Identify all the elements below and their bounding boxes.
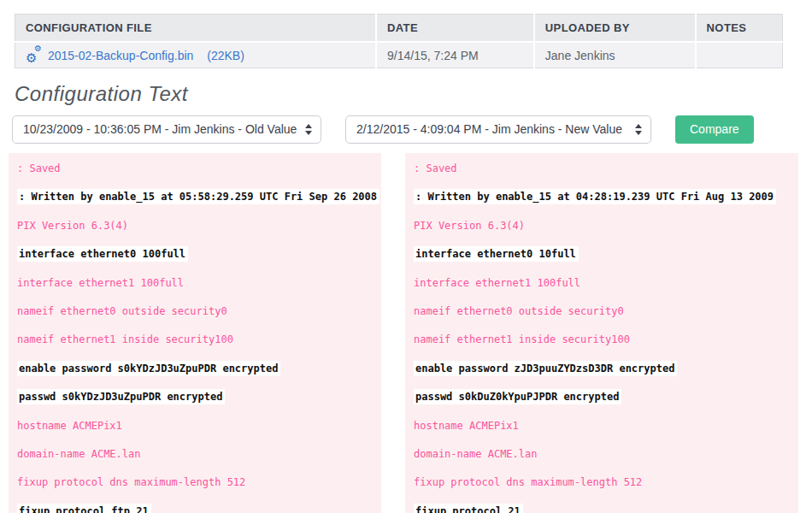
config-line: domain-name ACME.lan — [17, 440, 381, 469]
configuration-file-table: CONFIGURATION FILE DATE UPLOADED BY NOTE… — [15, 14, 797, 68]
config-line: hostname ACMEPix1 — [414, 412, 798, 440]
old-version-selected-value: 10/23/2009 - 10:36:05 PM - Jim Jenkins -… — [23, 122, 297, 136]
config-line: interface ethernet0 100full — [17, 240, 381, 268]
diff-gutter — [381, 153, 405, 513]
config-line: enable password s0kYDzJD3uZpuPDR encrypt… — [17, 355, 381, 383]
config-line: interface ethernet1 100full — [414, 269, 798, 298]
config-line: fixup protocol 21 — [414, 498, 798, 513]
cogs-icon: ⚙⚙ — [26, 48, 43, 62]
config-file-link[interactable]: 2015-02-Backup-Config.bin — [48, 49, 193, 62]
config-line: interface ethernet1 100full — [17, 269, 381, 298]
config-line: : Saved — [414, 155, 798, 183]
config-line: fixup protocol ftp 21 — [17, 498, 381, 513]
diff-left-panel: : Saved: Written by enable_15 at 05:58:2… — [9, 153, 381, 513]
up-down-arrows-icon — [635, 124, 642, 135]
new-version-selected-value: 2/12/2015 - 4:09:04 PM - Jim Jenkins - N… — [356, 122, 622, 136]
header-notes: NOTES — [696, 15, 783, 43]
page-title: Configuration Text — [15, 82, 812, 106]
diff-right-panel: : Saved: Written by enable_15 at 04:28:1… — [405, 153, 798, 513]
compare-button[interactable]: Compare — [675, 115, 754, 144]
config-line: domain-name ACME.lan — [414, 440, 798, 469]
config-line: : Written by enable_15 at 04:28:19.239 U… — [414, 183, 798, 211]
header-date: DATE — [376, 15, 534, 43]
config-line: hostname ACMEPix1 — [17, 412, 381, 440]
table-row: ⚙⚙ 2015-02-Backup-Config.bin (22KB) 9/14… — [15, 42, 783, 68]
config-line: : Written by enable_15 at 05:58:29.259 U… — [17, 183, 381, 211]
config-line: PIX Version 6.3(4) — [414, 212, 798, 240]
config-line: nameif ethernet1 inside security100 — [414, 326, 798, 354]
date-cell: 9/14/15, 7:24 PM — [376, 42, 534, 68]
config-line: PIX Version 6.3(4) — [17, 212, 381, 240]
config-line: nameif ethernet0 outside security0 — [414, 298, 798, 326]
old-version-select[interactable]: 10/23/2009 - 10:36:05 PM - Jim Jenkins -… — [12, 115, 321, 144]
file-size-label: (22KB) — [207, 49, 244, 62]
config-line: fixup protocol dns maximum-length 512 — [17, 469, 381, 497]
config-line: fixup protocol dns maximum-length 512 — [414, 469, 798, 497]
config-line: enable password zJD3puuZYDzsD3DR encrypt… — [414, 355, 798, 383]
up-down-arrows-icon — [305, 124, 312, 135]
notes-cell — [696, 42, 783, 68]
config-line: nameif ethernet0 outside security0 — [17, 298, 381, 326]
table-header-row: CONFIGURATION FILE DATE UPLOADED BY NOTE… — [15, 15, 783, 43]
compare-controls: 10/23/2009 - 10:36:05 PM - Jim Jenkins -… — [12, 115, 812, 144]
uploaded-by-cell: Jane Jenkins — [534, 42, 696, 68]
config-line: passwd s0kDuZ0kYpuPJPDR encrypted — [414, 383, 798, 411]
header-configuration-file: CONFIGURATION FILE — [15, 15, 377, 43]
config-line: nameif ethernet1 inside security100 — [17, 326, 381, 354]
config-line: passwd s0kYDzJD3uZpuPDR encrypted — [17, 383, 381, 411]
file-cell: ⚙⚙ 2015-02-Backup-Config.bin (22KB) — [15, 42, 377, 68]
config-diff-view: : Saved: Written by enable_15 at 05:58:2… — [9, 153, 803, 513]
new-version-select[interactable]: 2/12/2015 - 4:09:04 PM - Jim Jenkins - N… — [345, 115, 651, 144]
config-line: interface ethernet0 10full — [414, 240, 798, 268]
header-uploaded-by: UPLOADED BY — [534, 15, 696, 43]
config-line: : Saved — [17, 155, 381, 183]
